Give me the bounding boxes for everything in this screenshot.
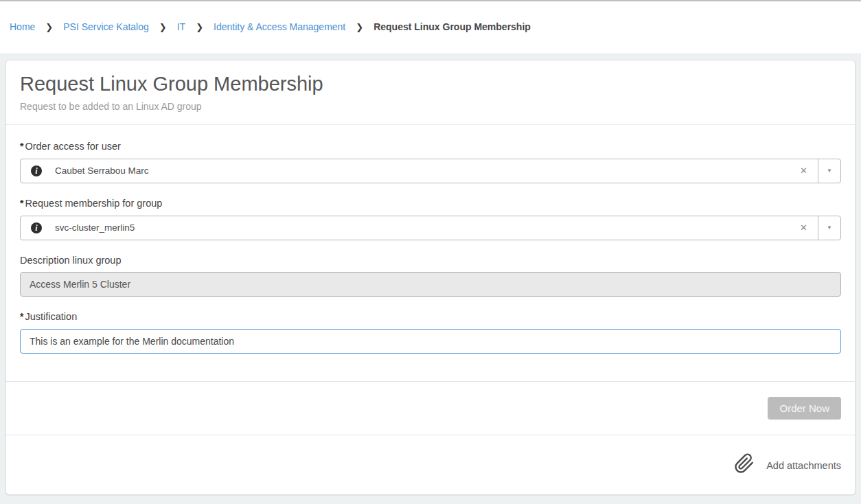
catalog-item-panel: Request Linux Group Membership Request t…	[5, 60, 856, 495]
chevron-right-icon: ❯	[45, 22, 53, 32]
field-description-linux-group: Description linux group	[20, 255, 841, 297]
order-access-for-user-combobox[interactable]: i Caubet Serrabou Marc ✕ ▼	[20, 159, 841, 183]
chevron-down-icon: ▼	[827, 225, 832, 231]
breadcrumb-link-home[interactable]: Home	[10, 21, 35, 32]
required-asterisk: *	[20, 198, 23, 209]
justification-input[interactable]	[20, 329, 841, 354]
field-label: * Order access for user	[20, 141, 841, 152]
required-asterisk: *	[20, 311, 23, 323]
actions-section: Order Now	[6, 381, 855, 435]
info-icon: i	[31, 165, 42, 176]
group-value: svc-cluster_merlin5	[55, 222, 790, 233]
dropdown-toggle[interactable]: ▼	[818, 216, 840, 240]
breadcrumb-link-it[interactable]: IT	[177, 21, 185, 32]
breadcrumb: Home ❯ PSI Service Katalog ❯ IT ❯ Identi…	[0, 1, 861, 54]
chevron-down-icon: ▼	[827, 168, 832, 174]
panel-header: Request Linux Group Membership Request t…	[6, 60, 855, 125]
description-linux-group-input	[20, 272, 841, 297]
breadcrumb-current-page: Request Linux Group Membership	[374, 21, 531, 32]
field-justification: * Justification	[20, 311, 841, 354]
chevron-right-icon: ❯	[196, 22, 203, 32]
dropdown-toggle[interactable]: ▼	[818, 159, 840, 183]
field-label: Description linux group	[20, 255, 841, 266]
field-label-text: Request membership for group	[25, 198, 162, 209]
breadcrumb-link-identity-access-management[interactable]: Identity & Access Management	[214, 21, 345, 32]
field-label-text: Description linux group	[20, 255, 122, 266]
request-form: * Order access for user i Caubet Serrabo…	[6, 125, 855, 367]
breadcrumb-link-psi-service-katalog[interactable]: PSI Service Katalog	[63, 21, 149, 32]
page-subtitle: Request to be added to an Linux AD group	[20, 101, 841, 112]
clear-selection-icon[interactable]: ✕	[790, 159, 818, 183]
order-now-button[interactable]: Order Now	[768, 397, 841, 420]
chevron-right-icon: ❯	[356, 22, 363, 32]
required-asterisk: *	[20, 141, 23, 152]
field-label: * Justification	[20, 311, 841, 323]
paperclip-icon	[734, 453, 755, 474]
info-icon: i	[31, 222, 42, 233]
add-attachments-label: Add attachments	[766, 460, 841, 471]
order-access-for-user-value: Caubet Serrabou Marc	[55, 165, 790, 176]
add-attachments-button[interactable]: Add attachments	[734, 453, 841, 474]
chevron-right-icon: ❯	[159, 22, 167, 32]
field-label-text: Justification	[25, 311, 77, 322]
field-label-text: Order access for user	[25, 141, 120, 152]
field-label: * Request membership for group	[20, 198, 841, 209]
attachments-section: Add attachments	[6, 435, 855, 492]
field-order-access-for-user: * Order access for user i Caubet Serrabo…	[20, 141, 841, 183]
group-combobox[interactable]: i svc-cluster_merlin5 ✕ ▼	[20, 216, 841, 240]
page-title: Request Linux Group Membership	[20, 71, 841, 98]
clear-selection-icon[interactable]: ✕	[790, 216, 818, 240]
field-request-membership-for-group: * Request membership for group i svc-clu…	[20, 198, 841, 240]
